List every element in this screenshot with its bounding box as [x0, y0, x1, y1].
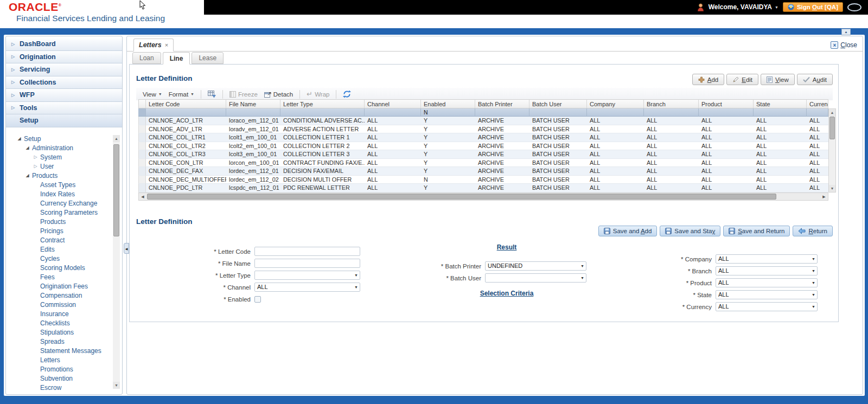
filter-cell[interactable]	[529, 108, 587, 117]
tree-item-administration[interactable]: ◢Administration	[8, 143, 110, 152]
tree-item-subvention[interactable]: Subvention	[8, 374, 110, 383]
filter-cell[interactable]	[365, 108, 421, 117]
tree-item-letters[interactable]: Letters	[8, 355, 110, 364]
row-selector[interactable]	[138, 133, 146, 142]
sidebar-item-setup[interactable]: Setup	[6, 114, 122, 127]
tree-item-user[interactable]: ▷User	[8, 162, 110, 171]
filter-cell[interactable]	[807, 108, 828, 117]
column-header-product[interactable]: Product	[699, 99, 754, 108]
scroll-up-icon[interactable]: ▲	[829, 109, 835, 116]
tree-item-scoring-parameters[interactable]: Scoring Parameters	[8, 208, 110, 217]
save-and-stay-button[interactable]: Save and Stay	[660, 226, 720, 236]
view-button[interactable]: View	[761, 74, 795, 85]
file-name-input[interactable]	[254, 259, 360, 268]
row-selector[interactable]	[138, 167, 146, 176]
row-selector[interactable]	[138, 184, 146, 193]
table-row[interactable]: CNLNOE_CON_LTRlorcon_em_100_01CONTRACT F…	[138, 159, 828, 168]
column-header-currency[interactable]: Currency	[807, 99, 828, 108]
filter-cell[interactable]	[146, 108, 226, 117]
detach-button[interactable]: Detach	[264, 91, 293, 98]
filter-cell[interactable]	[587, 108, 644, 117]
filter-cell[interactable]	[754, 108, 807, 117]
branch-select[interactable]: ALL▼	[716, 266, 818, 275]
tree-item-products[interactable]: Products	[8, 217, 110, 226]
table-row[interactable]: CNLNOE_ACO_LTRloraco_em_112_01CONDITIONA…	[138, 117, 828, 125]
tab-line[interactable]: Line	[163, 52, 190, 65]
format-menu-button[interactable]: Format▼	[169, 91, 194, 98]
save-and-return-button[interactable]: Save and Return	[723, 226, 790, 236]
tab-lease[interactable]: Lease	[192, 52, 224, 64]
welcome-user-menu[interactable]: Welcome, VAVAIDYA ▼	[709, 3, 778, 11]
scroll-right-icon[interactable]: ▶	[820, 193, 828, 200]
row-selector[interactable]	[138, 125, 146, 134]
table-row[interactable]: CNLNOE_ADV_LTRloradv_em_112_01ADVERSE AC…	[138, 125, 828, 134]
table-row[interactable]: CNLNOE_COL_LTR2lcolt2_em_100_01COLLECTIO…	[138, 142, 828, 151]
letter-code-input[interactable]	[254, 247, 360, 256]
scroll-down-icon[interactable]: ▼	[113, 382, 120, 389]
tree-item-asset-types[interactable]: Asset Types	[8, 180, 110, 189]
tree-expanded-icon[interactable]: ◢	[16, 136, 22, 141]
currency-select[interactable]: ALL▼	[716, 302, 818, 311]
tree-item-escrow[interactable]: Escrow	[8, 383, 110, 392]
sidebar-item-dashboard[interactable]: ▷DashBoard	[6, 38, 122, 51]
column-header-batch-printer[interactable]: Batch Printer	[475, 99, 529, 108]
query-by-example-icon[interactable]	[208, 91, 216, 98]
filter-cell[interactable]	[226, 108, 280, 117]
tree-collapsed-icon[interactable]: ▷	[33, 155, 39, 159]
tree-item-promotions[interactable]: Promotions	[8, 364, 110, 374]
tree-item-scoring-models[interactable]: Scoring Models	[8, 263, 110, 272]
enabled-checkbox[interactable]	[254, 296, 261, 303]
return-button[interactable]: Return	[793, 226, 833, 236]
batch-user-select[interactable]: ▼	[485, 273, 586, 283]
tree-item-compensation[interactable]: Compensation	[8, 291, 110, 300]
tree-item-stipulations[interactable]: Stipulations	[8, 328, 110, 337]
sidebar-item-collections[interactable]: ▷Collections	[6, 76, 122, 89]
letter-type-select[interactable]: ▼	[254, 271, 360, 280]
batch-printer-select[interactable]: UNDEFINED▼	[485, 261, 586, 271]
tree-expanded-icon[interactable]: ◢	[24, 145, 30, 150]
tree-expanded-icon[interactable]: ◢	[24, 173, 30, 178]
view-menu-button[interactable]: View▼	[143, 91, 162, 98]
sidebar-item-origination[interactable]: ▷Origination	[6, 51, 122, 64]
sign-out-button[interactable]: Sign Out [QA]	[783, 2, 843, 12]
sidebar-collapse-handle[interactable]: ◀	[124, 243, 129, 254]
scrollbar-thumb[interactable]	[113, 144, 119, 236]
row-selector[interactable]	[138, 150, 146, 159]
tree-item-products[interactable]: ◢Products	[8, 171, 110, 180]
tree-item-spreads[interactable]: Spreads	[8, 337, 110, 346]
table-row[interactable]: CNLNOE_COL_LTR1lcolt1_em_100_01COLLECTIO…	[138, 133, 828, 142]
tree-item-setup[interactable]: ◢Setup	[8, 134, 110, 143]
column-header-branch[interactable]: Branch	[644, 99, 699, 108]
scrollbar-thumb[interactable]	[147, 194, 776, 200]
table-row[interactable]: CNLNOE_COL_LTR3lcolt3_em_100_01COLLECTIO…	[138, 150, 828, 159]
row-selector[interactable]	[138, 176, 146, 184]
column-header-file-name[interactable]: File Name	[226, 99, 280, 108]
tree-collapsed-icon[interactable]: ▷	[33, 164, 39, 169]
column-header-letter-type[interactable]: Letter Type	[280, 99, 365, 108]
filter-cell[interactable]	[699, 108, 754, 117]
column-header-company[interactable]: Company	[587, 99, 644, 108]
channel-select[interactable]: ALL▼	[254, 283, 360, 292]
column-header-batch-user[interactable]: Batch User	[529, 99, 587, 108]
filter-cell[interactable]: N	[421, 108, 475, 117]
filter-cell[interactable]	[475, 108, 529, 117]
tree-item-checklists[interactable]: Checklists	[8, 318, 110, 328]
column-header-letter-code[interactable]: Letter Code	[146, 99, 226, 108]
table-row[interactable]: CNLNOE_DEC_FAXlordec_em_112_01DECISION F…	[138, 167, 828, 176]
tab-close-icon[interactable]: ×	[165, 42, 168, 48]
add-button[interactable]: Add	[692, 74, 724, 85]
row-selector[interactable]	[138, 142, 146, 151]
tree-item-pricings[interactable]: Pricings	[8, 226, 110, 235]
table-horizontal-scrollbar[interactable]: ◀ ▶	[138, 193, 828, 201]
tree-item-insurance[interactable]: Insurance	[8, 309, 110, 318]
tree-item-statement-messages[interactable]: Statement Messages	[8, 346, 110, 355]
filter-cell[interactable]	[280, 108, 365, 117]
row-selector[interactable]	[138, 117, 146, 125]
tree-item-cycles[interactable]: Cycles	[8, 254, 110, 263]
tab-loan[interactable]: Loan	[132, 52, 161, 64]
table-vertical-scrollbar[interactable]: ▲ ▼	[828, 108, 836, 193]
sidebar-item-servicing[interactable]: ▷Servicing	[6, 63, 122, 76]
tree-item-fees[interactable]: Fees	[8, 272, 110, 281]
audit-button[interactable]: Audit	[797, 74, 833, 85]
scroll-left-icon[interactable]: ◀	[139, 193, 146, 200]
